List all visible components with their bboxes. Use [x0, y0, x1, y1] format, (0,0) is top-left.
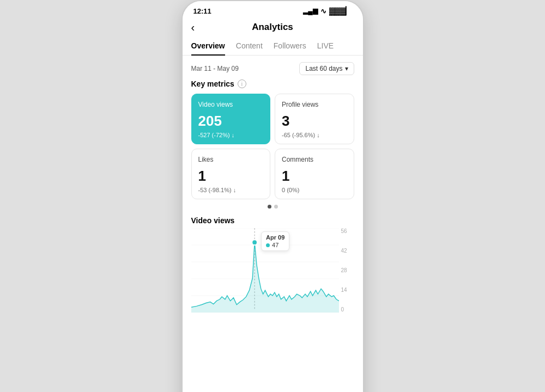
- tooltip-date: Apr 09: [266, 234, 284, 241]
- svg-point-7: [252, 240, 257, 245]
- tabs-row: Overview Content Followers LIVE: [183, 37, 363, 56]
- metric-value-comments: 1: [282, 168, 347, 185]
- signal-icon: ▂▄▆: [303, 7, 318, 15]
- tab-followers[interactable]: Followers: [274, 37, 306, 56]
- metric-label-profile-views: Profile views: [282, 101, 347, 108]
- date-range: Mar 11 - May 09: [191, 65, 239, 72]
- metric-card-likes: Likes 1 -53 (-98.1%) ↓: [191, 149, 271, 199]
- metric-value-profile-views: 3: [282, 113, 347, 130]
- chart-title: Video views: [191, 216, 354, 225]
- metric-label-video-views: Video views: [198, 101, 264, 108]
- tooltip-dot: [266, 243, 270, 247]
- page-title: Analytics: [252, 22, 293, 33]
- dot-1: [268, 205, 271, 209]
- status-bar: 12:11 ▂▄▆ ∿ ▓▓▓▏: [183, 1, 363, 17]
- metric-card-profile-views: Profile views 3 -65 (-95.6%) ↓: [275, 94, 354, 144]
- metric-value-likes: 1: [198, 168, 264, 185]
- back-button[interactable]: ‹: [191, 21, 195, 34]
- date-filter-row: Mar 11 - May 09 Last 60 days ▾: [191, 56, 354, 79]
- tab-content[interactable]: Content: [236, 37, 263, 56]
- tab-live[interactable]: LIVE: [317, 37, 334, 56]
- phone-frame: 12:11 ▂▄▆ ∿ ▓▓▓▏ ‹ Analytics Overview Co…: [181, 0, 364, 392]
- metric-card-comments: Comments 1 0 (0%): [275, 149, 354, 199]
- tooltip-val: 47: [266, 242, 284, 248]
- key-metrics-title: Key metrics: [191, 79, 234, 88]
- chart-section: Video views 56 42 28 14 0: [191, 216, 354, 392]
- dot-2: [274, 205, 278, 209]
- key-metrics-header: Key metrics i: [191, 79, 354, 88]
- metrics-grid: Video views 205 -527 (-72%) ↓ Profile vi…: [191, 94, 354, 199]
- nav-header: ‹ Analytics: [183, 17, 363, 37]
- time: 12:11: [193, 7, 211, 15]
- battery-icon: ▓▓▓▏: [329, 7, 352, 15]
- info-icon[interactable]: i: [238, 79, 246, 88]
- tab-overview[interactable]: Overview: [191, 37, 225, 56]
- filter-button[interactable]: Last 60 days ▾: [299, 62, 354, 75]
- metric-change-comments: 0 (0%): [282, 187, 347, 193]
- wifi-icon: ∿: [320, 7, 326, 15]
- chart-tooltip: Apr 09 47: [261, 231, 289, 251]
- chart-wrapper: 56 42 28 14 0: [191, 228, 354, 326]
- pagination-dots: [191, 205, 354, 209]
- metric-value-video-views: 205: [198, 113, 264, 130]
- metric-change-likes: -53 (-98.1%) ↓: [198, 187, 264, 193]
- metric-change-profile-views: -65 (-95.6%) ↓: [282, 132, 347, 138]
- content-area: Mar 11 - May 09 Last 60 days ▾ Key metri…: [183, 56, 363, 392]
- metric-change-video-views: -527 (-72%) ↓: [198, 132, 264, 138]
- chart-y-labels: 56 42 28 14 0: [341, 228, 354, 313]
- chevron-down-icon: ▾: [345, 65, 348, 72]
- status-icons: ▂▄▆ ∿ ▓▓▓▏: [303, 7, 352, 15]
- metric-label-comments: Comments: [282, 156, 347, 163]
- metric-card-video-views: Video views 205 -527 (-72%) ↓: [191, 94, 271, 144]
- metric-label-likes: Likes: [198, 156, 264, 163]
